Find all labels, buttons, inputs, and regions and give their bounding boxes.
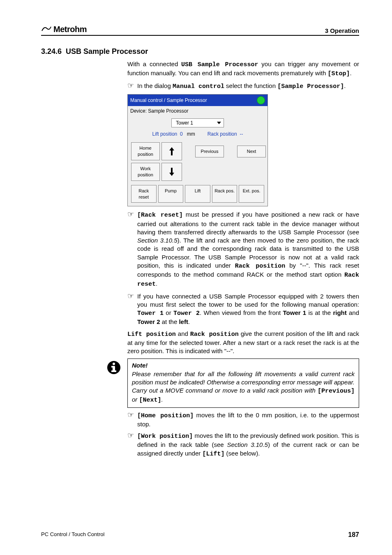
- instruction-work-position: ☞ [Work position] moves the lift to the …: [127, 432, 359, 458]
- instruction-home-position: ☞ [Home position] moves the lift to the …: [127, 411, 359, 429]
- pointer-icon: ☞: [127, 411, 137, 429]
- instruction-open-dialog: ☞ In the dialog Manual control select th…: [127, 82, 359, 91]
- term-tower-1-b: Tower 1: [283, 309, 307, 316]
- term-work-position: [Work position]: [137, 433, 193, 440]
- dialog-title: Manual control / Sample Processor: [130, 97, 207, 104]
- term-home-position: [Home position]: [137, 412, 194, 419]
- page-number: 187: [348, 531, 359, 539]
- page-footer: PC Control / Touch Control 187: [41, 531, 359, 539]
- term-rack-position-2: Rack position: [190, 331, 239, 338]
- instruction-rack-reset: ☞ [Rack reset] must be pressed if you ha…: [127, 210, 359, 289]
- page-header: Metrohm 3 Operation: [41, 25, 359, 36]
- pointer-icon: ☞: [127, 82, 137, 91]
- pointer-icon: ☞: [127, 210, 137, 289]
- section-number: 3.24.6: [41, 47, 62, 56]
- rack-reset-button[interactable]: Rack reset: [131, 185, 157, 203]
- instruction-tower-select: ☞ If you have connected a USB Sample Pro…: [127, 292, 359, 326]
- term-stop: [Stop]: [327, 70, 350, 77]
- logo-text: Metrohm: [53, 25, 87, 34]
- svg-point-1: [113, 363, 115, 365]
- work-position-button[interactable]: Work position: [131, 163, 160, 181]
- lift-position-status: Lift position 0 mm: [152, 131, 195, 137]
- section-title: USB Sample Processor: [66, 47, 148, 56]
- note-title: Note!: [132, 361, 355, 370]
- note-body: Please remember that for all the followi…: [132, 370, 355, 405]
- term-tower-2-b: Tower 2: [137, 318, 160, 325]
- chapter-label: 3 Operation: [325, 27, 359, 34]
- term-manual-control: Manual control: [173, 83, 224, 90]
- info-icon: [105, 358, 122, 407]
- sample-processor-dialog: Manual control / Sample Processor Device…: [127, 94, 268, 207]
- pointer-icon: ☞: [127, 292, 137, 326]
- term-sample-processor: [Sample Processor]: [277, 83, 344, 90]
- tower-dropdown[interactable]: Tower 1: [171, 118, 224, 127]
- ref-section: Section 3.10.5: [137, 237, 178, 244]
- term-lift-position: Lift position: [127, 331, 176, 338]
- dialog-titlebar: Manual control / Sample Processor: [128, 95, 267, 106]
- intro-paragraph: With a connected USB Sample Processor yo…: [127, 60, 359, 79]
- term-rack-position: Rack position: [235, 263, 286, 270]
- term-tower-2: Tower 2: [173, 310, 200, 317]
- ext-pos-button[interactable]: Ext. pos.: [239, 185, 264, 203]
- lift-button[interactable]: Lift: [185, 185, 210, 203]
- home-position-button[interactable]: Home position: [131, 142, 160, 160]
- brand-logo: Metrohm: [41, 25, 87, 34]
- pump-button[interactable]: Pump: [158, 185, 184, 203]
- lift-up-button[interactable]: [161, 142, 182, 160]
- rack-position-status: Rack position --: [208, 131, 243, 137]
- term-rack-reset: [Rack reset]: [137, 212, 183, 219]
- ref-section-2: Section 3.10.5: [227, 441, 268, 448]
- term-tower-1: Tower 1: [137, 310, 164, 317]
- logo-icon: [41, 25, 52, 34]
- term-usb-sample-processor: USB Sample Processor: [181, 61, 258, 68]
- pointer-icon: ☞: [127, 432, 137, 458]
- lift-down-button[interactable]: [161, 163, 182, 181]
- svg-rect-3: [111, 366, 114, 368]
- term-next: [Next]: [139, 397, 161, 404]
- help-icon[interactable]: [257, 96, 265, 104]
- term-right: right: [333, 309, 346, 316]
- rack-pos-button[interactable]: Rack pos.: [212, 185, 238, 203]
- next-button[interactable]: Next: [237, 146, 266, 157]
- term-left: left: [179, 318, 188, 325]
- section-heading: 3.24.6 USB Sample Processor: [41, 47, 359, 56]
- previous-button[interactable]: Previous: [195, 146, 224, 157]
- term-previous: [Previous]: [318, 388, 355, 395]
- footer-left: PC Control / Touch Control: [41, 531, 104, 539]
- term-lift: [Lift]: [202, 451, 224, 458]
- device-label: Device: Sample Processor: [128, 106, 267, 116]
- position-paragraph: Lift position and Rack position give the…: [127, 330, 359, 356]
- note-block: Note! Please remember that for all the f…: [105, 358, 359, 407]
- svg-rect-4: [111, 370, 116, 372]
- status-row: Lift position 0 mm Rack position --: [128, 130, 267, 141]
